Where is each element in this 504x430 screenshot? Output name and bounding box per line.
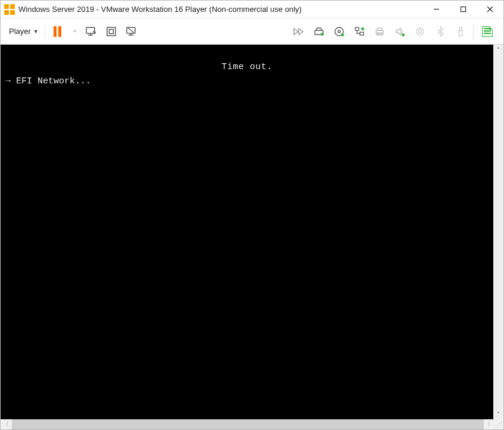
horizontal-scrollbar[interactable]: 〈 〉 ⋰: [1, 419, 503, 429]
network-device-button[interactable]: [350, 23, 368, 40]
svg-rect-12: [109, 29, 113, 33]
console-line-timeout: Time out.: [5, 61, 489, 73]
scroll-down-button[interactable]: ˅: [493, 409, 503, 419]
scroll-up-button[interactable]: ˄: [493, 45, 503, 55]
svg-point-21: [341, 33, 344, 36]
window-title: Windows Server 2019 - VMware Workstation…: [18, 5, 423, 14]
pause-icon: [54, 26, 61, 37]
close-button[interactable]: [477, 1, 503, 18]
chevron-left-icon: 〈: [3, 420, 9, 429]
chevron-up-icon: ˄: [497, 46, 500, 53]
svg-rect-26: [377, 28, 382, 30]
fullscreen-button[interactable]: [102, 23, 120, 40]
svg-point-29: [417, 28, 424, 35]
notes-icon: [482, 26, 493, 37]
svg-rect-11: [107, 27, 115, 36]
svg-rect-23: [360, 32, 364, 35]
cdrom-device-button[interactable]: [330, 23, 348, 40]
minimize-button[interactable]: [423, 1, 450, 18]
bluetooth-icon: [436, 26, 444, 37]
svg-rect-32: [459, 30, 462, 36]
svg-line-16: [128, 28, 134, 33]
vmware-app-icon: [4, 4, 15, 15]
chevron-down-icon: ˅: [497, 411, 500, 417]
toolbar-separator: [45, 24, 45, 39]
target-icon: [415, 26, 425, 37]
drive-device-button[interactable]: [310, 23, 328, 40]
dropdown-arrow-icon: ▼: [33, 29, 39, 35]
maximize-button[interactable]: [450, 1, 477, 18]
sound-device-button[interactable]: [391, 23, 409, 40]
toolbar: Player ▼ ▼: [1, 18, 503, 45]
network-icon: [354, 26, 365, 37]
console-text: Time out. → EFI Network...: [1, 45, 493, 92]
scroll-left-button[interactable]: 〈: [1, 419, 11, 429]
svg-rect-8: [86, 27, 95, 33]
unity-icon: [126, 26, 137, 38]
svg-rect-22: [355, 27, 359, 30]
printer-icon: [374, 26, 385, 37]
svg-rect-5: [461, 7, 466, 12]
send-ctrl-alt-del-button[interactable]: [82, 23, 100, 40]
usb-device-button[interactable]: [452, 23, 469, 40]
svg-rect-3: [10, 10, 15, 15]
titlebar: Windows Server 2019 - VMware Workstation…: [1, 1, 503, 18]
disc-icon: [334, 26, 345, 37]
fast-forward-icon: [290, 23, 308, 40]
drive-icon: [314, 27, 324, 36]
player-menu[interactable]: Player ▼: [5, 24, 42, 38]
svg-rect-0: [4, 4, 9, 9]
scroll-track[interactable]: [493, 55, 503, 409]
bluetooth-device-button[interactable]: [431, 23, 449, 40]
svg-rect-1: [10, 4, 15, 9]
monitor-send-icon: [85, 26, 97, 38]
svg-rect-2: [4, 10, 9, 15]
vertical-scrollbar[interactable]: ˄ ˅: [493, 45, 503, 419]
content-area: Time out. → EFI Network... ˄ ˅ 〈 〉 ⋰: [1, 45, 503, 429]
svg-rect-31: [459, 27, 462, 30]
svg-point-20: [338, 30, 340, 33]
svg-point-28: [402, 33, 405, 36]
window-controls: [423, 1, 503, 18]
printer-device-button[interactable]: [371, 23, 389, 40]
scroll-thumb[interactable]: [12, 419, 484, 429]
vm-console[interactable]: Time out. → EFI Network...: [1, 45, 493, 419]
notes-button[interactable]: [477, 23, 497, 40]
speaker-icon: [395, 26, 405, 37]
svg-point-18: [321, 33, 324, 36]
player-menu-label: Player: [9, 27, 31, 36]
console-line-efi: → EFI Network...: [5, 76, 489, 88]
chevron-right-icon: 〉: [487, 420, 493, 429]
vmware-player-window: Windows Server 2019 - VMware Workstation…: [0, 0, 504, 430]
svg-point-24: [361, 27, 364, 30]
svg-point-30: [419, 30, 422, 33]
scroll-right-button[interactable]: 〉: [485, 419, 495, 429]
dropdown-arrow-icon: ▼: [73, 29, 77, 34]
pause-button[interactable]: [49, 23, 67, 40]
resize-grip-icon[interactable]: ⋰: [495, 420, 503, 428]
unity-mode-button[interactable]: [123, 23, 140, 40]
camera-device-button[interactable]: [411, 23, 429, 40]
power-menu-dropdown[interactable]: ▼: [69, 23, 80, 40]
usb-icon: [456, 26, 465, 37]
toolbar-separator: [473, 24, 474, 39]
fullscreen-icon: [106, 26, 117, 37]
